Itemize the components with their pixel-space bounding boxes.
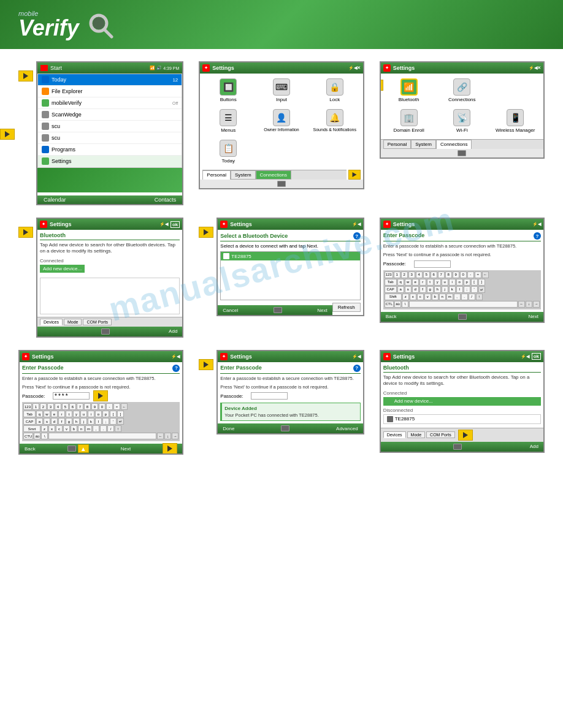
- key-back[interactable]: ←: [482, 271, 489, 278]
- k7-7[interactable]: 7: [77, 403, 83, 410]
- menu-item-settings[interactable]: Settings: [38, 156, 182, 167]
- key-m[interactable]: m: [446, 294, 453, 300]
- key-up[interactable]: ↑: [476, 294, 483, 300]
- key-z[interactable]: z: [402, 294, 409, 300]
- k7-123[interactable]: 123: [23, 403, 32, 410]
- key-w[interactable]: w: [405, 279, 412, 286]
- key-shift[interactable]: Shift: [385, 294, 402, 300]
- key-u[interactable]: u: [442, 279, 448, 286]
- key-quote[interactable]: ': [471, 286, 478, 293]
- key-tab[interactable]: Tab: [385, 279, 397, 286]
- key-slash[interactable]: /: [469, 294, 475, 300]
- k7-left[interactable]: ←: [157, 433, 164, 439]
- passcode-input-6[interactable]: [414, 260, 451, 268]
- key-l[interactable]: l: [456, 286, 463, 293]
- key-q[interactable]: q: [397, 279, 404, 286]
- k7-o[interactable]: o: [95, 411, 102, 417]
- key-a[interactable]: a: [397, 286, 404, 293]
- device-te28875-9[interactable]: TE28875: [383, 414, 541, 424]
- key-left[interactable]: ←: [518, 301, 525, 308]
- k7-shift[interactable]: Smrt: [23, 425, 40, 432]
- setting-today[interactable]: 📋 Today: [203, 138, 253, 165]
- key-minus[interactable]: -: [467, 271, 474, 278]
- setting-connections[interactable]: 🔗 Connections: [437, 77, 487, 104]
- contacts-btn[interactable]: Contacts: [155, 197, 177, 203]
- key-ctl[interactable]: CTL: [385, 301, 394, 308]
- key-1[interactable]: 1: [394, 271, 400, 278]
- tab-system[interactable]: System: [231, 170, 256, 180]
- k7-y[interactable]: y: [73, 411, 80, 417]
- refresh-btn[interactable]: Refresh: [332, 303, 361, 312]
- key-n[interactable]: n: [439, 294, 446, 300]
- k7-cap[interactable]: CAP: [23, 418, 36, 425]
- key-5[interactable]: 5: [423, 271, 430, 278]
- k7-down[interactable]: ↓: [164, 433, 171, 439]
- k7-alt[interactable]: áü: [34, 433, 40, 439]
- k7-lbr[interactable]: [: [110, 411, 117, 417]
- passcode-input-7[interactable]: ****: [53, 392, 90, 400]
- key-j[interactable]: j: [442, 286, 448, 293]
- k7-minus[interactable]: -: [106, 403, 113, 410]
- tab-system-3[interactable]: System: [411, 140, 436, 149]
- menu-item-today[interactable]: Today 12: [38, 74, 182, 86]
- add-btn-4[interactable]: Add: [169, 328, 177, 334]
- help-icon-7[interactable]: ?: [172, 365, 180, 372]
- k7-space[interactable]: [48, 433, 156, 439]
- k7-s[interactable]: s: [44, 418, 50, 425]
- key-k[interactable]: k: [449, 286, 456, 293]
- key-p[interactable]: p: [464, 279, 470, 286]
- key-b[interactable]: b: [432, 294, 439, 300]
- setting-menus[interactable]: ☰ Menus: [203, 107, 253, 135]
- tab-connections[interactable]: Connections: [256, 170, 291, 180]
- key-y[interactable]: y: [434, 279, 441, 286]
- k7-2[interactable]: 2: [40, 403, 47, 410]
- bt-tab-devices-4[interactable]: Devices: [40, 319, 63, 325]
- k7-j[interactable]: j: [80, 418, 87, 425]
- key-alt[interactable]: áü: [394, 301, 401, 308]
- k7-f[interactable]: f: [58, 418, 65, 425]
- key-r[interactable]: r: [419, 279, 426, 286]
- setting-domain-enroll[interactable]: 🏢 Domain Enroll: [384, 107, 434, 135]
- key-dot[interactable]: .: [461, 294, 468, 300]
- k7-slash[interactable]: /: [107, 425, 114, 432]
- k7-e[interactable]: e: [51, 411, 58, 417]
- bt-tab-comports-4[interactable]: COM Ports: [83, 319, 112, 325]
- key-lbr[interactable]: [: [471, 279, 478, 286]
- key-rbr[interactable]: ]: [478, 279, 485, 286]
- k7-9[interactable]: 9: [91, 403, 98, 410]
- bt-tab-comports-9[interactable]: COM Ports: [426, 431, 455, 438]
- ok-btn-9[interactable]: ok: [532, 353, 541, 360]
- k7-q[interactable]: q: [36, 411, 43, 417]
- add-device-btn-4[interactable]: Add new device...: [40, 265, 85, 273]
- key-3[interactable]: 3: [408, 271, 415, 278]
- k7-g[interactable]: g: [66, 418, 72, 425]
- k7-semi[interactable]: ;: [102, 418, 109, 425]
- tab-connections-3[interactable]: Connections: [436, 140, 472, 149]
- key-semi[interactable]: ;: [464, 286, 470, 293]
- k7-4[interactable]: 4: [55, 403, 61, 410]
- key-4[interactable]: 4: [416, 271, 423, 278]
- key-2[interactable]: 2: [401, 271, 408, 278]
- key-comma[interactable]: ,: [454, 294, 461, 300]
- k7-i[interactable]: i: [88, 411, 94, 417]
- setting-owner[interactable]: 👤 Owner Information: [256, 107, 307, 135]
- menu-item-programs[interactable]: Programs: [38, 144, 182, 156]
- key-x[interactable]: x: [410, 294, 416, 300]
- k7-l[interactable]: l: [95, 418, 102, 425]
- k7-x[interactable]: x: [48, 425, 55, 432]
- da-passcode-input-8[interactable]: [251, 392, 288, 400]
- key-cap[interactable]: CAP: [385, 286, 397, 293]
- k7-right[interactable]: →: [172, 433, 178, 439]
- key-c[interactable]: c: [417, 294, 424, 300]
- key-e[interactable]: e: [412, 279, 419, 286]
- setting-wifi[interactable]: 📡 Wi-Fi: [437, 107, 487, 135]
- key-i[interactable]: i: [449, 279, 456, 286]
- k7-enter[interactable]: ↵: [117, 418, 124, 425]
- bt-tab-mode-4[interactable]: Mode: [64, 319, 82, 325]
- cancel-btn-5[interactable]: Cancel: [223, 308, 238, 313]
- k7-rbr[interactable]: ]: [117, 411, 124, 417]
- k7-0[interactable]: 0: [99, 403, 105, 410]
- key-6[interactable]: 6: [431, 271, 437, 278]
- key-s[interactable]: s: [405, 286, 412, 293]
- device-item-te28875[interactable]: TE28875: [221, 252, 359, 260]
